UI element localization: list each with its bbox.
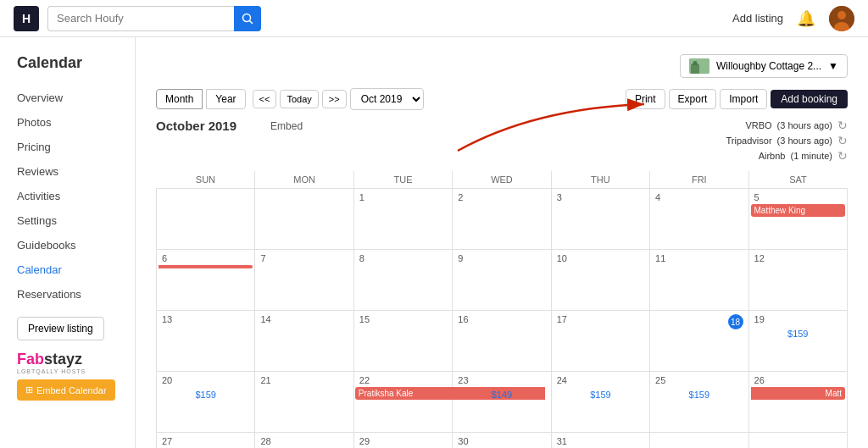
search-input[interactable]	[47, 6, 234, 31]
calendar-cell[interactable]: 28	[255, 433, 353, 449]
sidebar-item-activities[interactable]: Activities	[0, 184, 135, 208]
fabstayz-text: Fabstayz	[17, 351, 118, 368]
sidebar-item-pricing[interactable]: Pricing	[0, 135, 135, 159]
tripadvisor-label: Tripadvisor	[726, 136, 772, 146]
airbnb-refresh-icon[interactable]: ↻	[837, 149, 848, 163]
calendar-header-row: October 2019 Embed VRBO (3 hours ago) ↻ …	[156, 119, 848, 164]
calendar-cell[interactable]: 18	[650, 311, 748, 372]
svg-line-1	[250, 20, 253, 23]
calendar-cell[interactable]	[748, 433, 847, 449]
calendar-cell[interactable]: 10	[551, 250, 649, 311]
calendar-cell[interactable]: 29 $149	[353, 433, 452, 449]
year-tab[interactable]: Year	[206, 89, 245, 109]
today-button[interactable]: Today	[280, 90, 318, 108]
calendar-cell[interactable]: 27 $159	[157, 433, 255, 449]
print-button[interactable]: Print	[626, 89, 665, 109]
calendar-cell[interactable]: 23 $149	[453, 372, 551, 433]
calendar-cell[interactable]: 22 Pratiksha Kale	[353, 372, 452, 433]
sidebar-item-settings[interactable]: Settings	[0, 208, 135, 233]
calendar-cell[interactable]: 25 $159	[650, 372, 748, 433]
bell-icon[interactable]: 🔔	[797, 9, 815, 28]
avatar[interactable]	[829, 6, 854, 31]
calendar-cell[interactable]: 11	[650, 250, 748, 311]
booking-bar[interactable]: Matt	[751, 387, 845, 400]
calendar-cell[interactable]	[157, 189, 255, 250]
calendar-cell[interactable]: 5 Matthew King	[748, 189, 847, 250]
main-content: Willoughby Cottage 2... ▼ Month Year << …	[136, 37, 868, 448]
nav-right: Add listing 🔔	[732, 6, 854, 31]
sidebar-item-reviews[interactable]: Reviews	[0, 159, 135, 184]
calendar-cell[interactable]: 9	[453, 250, 551, 311]
booking-bar[interactable]	[159, 265, 253, 268]
calendar-cell[interactable]: 12	[748, 250, 847, 311]
calendar-cell[interactable]: 24 $159	[551, 372, 649, 433]
calendar-cell[interactable]	[650, 433, 748, 449]
add-booking-button[interactable]: Add booking	[771, 90, 848, 108]
tripadvisor-status: (3 hours ago)	[777, 136, 832, 146]
prev-button[interactable]: <<	[253, 90, 277, 108]
calendar-cell[interactable]: 31 $159	[551, 433, 649, 449]
calendar-cell[interactable]: 30 $149	[453, 433, 551, 449]
title-embed-row: October 2019 Embed	[156, 119, 303, 133]
import-button[interactable]: Import	[720, 89, 767, 109]
calendar-cell[interactable]: 6	[157, 250, 255, 311]
calendar-cell[interactable]: 1	[353, 189, 452, 250]
add-listing-button[interactable]: Add listing	[732, 12, 783, 25]
dropdown-arrow-icon: ▼	[828, 60, 838, 72]
embed-calendar-button[interactable]: ⊞ Embed Calendar	[17, 379, 115, 401]
search-button[interactable]	[234, 6, 261, 31]
price-tag: $159	[652, 390, 746, 400]
calendar-cell[interactable]: 19 $159	[748, 311, 847, 372]
property-name: Willoughby Cottage 2...	[716, 60, 821, 72]
calendar-cell[interactable]: 8	[353, 250, 452, 311]
main-layout: Calendar Overview Photos Pricing Reviews…	[0, 37, 868, 448]
calendar-cell[interactable]: 26 Matt	[748, 372, 847, 433]
next-button[interactable]: >>	[322, 90, 347, 108]
calendar-cell[interactable]: 16	[453, 311, 551, 372]
tripadvisor-refresh-icon[interactable]: ↻	[837, 134, 848, 147]
fabstayz-logo: Fabstayz LGBTQALLY HOSTS	[17, 351, 118, 374]
calendar-cell[interactable]: 21	[255, 372, 353, 433]
sidebar-item-guidebooks[interactable]: Guidebooks	[0, 233, 135, 257]
preview-listing-button[interactable]: Preview listing	[17, 317, 104, 340]
sync-status-panel: VRBO (3 hours ago) ↻ Tripadvisor (3 hour…	[726, 119, 848, 164]
calendar-cell[interactable]: 4	[650, 189, 748, 250]
booking-bar[interactable]: Matthew King	[751, 204, 845, 217]
tripadvisor-sync-row: Tripadvisor (3 hours ago) ↻	[726, 134, 848, 147]
sidebar-item-photos[interactable]: Photos	[0, 110, 135, 135]
vrbo-label: VRBO	[745, 120, 771, 130]
calendar-cell[interactable]: 3	[551, 189, 649, 250]
header-fri: FRI	[650, 171, 748, 189]
airbnb-label: Airbnb	[759, 151, 786, 161]
month-select[interactable]: Oct 2019	[350, 88, 424, 110]
header-wed: WED	[453, 171, 551, 189]
vrbo-sync-row: VRBO (3 hours ago) ↻	[726, 119, 848, 132]
sidebar-item-calendar[interactable]: Calendar	[0, 257, 135, 282]
header-tue: TUE	[353, 171, 452, 189]
calendar-cell[interactable]: 7	[255, 250, 353, 311]
property-dropdown[interactable]: Willoughby Cottage 2... ▼	[680, 54, 848, 78]
top-nav: H Add listing 🔔	[0, 0, 868, 37]
nav-left: H	[14, 6, 261, 31]
vrbo-refresh-icon[interactable]: ↻	[837, 119, 848, 132]
calendar-cell[interactable]: 14	[255, 311, 353, 372]
embed-link[interactable]: Embed	[270, 120, 303, 132]
svg-rect-6	[691, 65, 699, 74]
sidebar-item-reservations[interactable]: Reservations	[0, 282, 135, 307]
calendar-cell[interactable]	[255, 189, 353, 250]
calendar-cell[interactable]: 2	[453, 189, 551, 250]
export-button[interactable]: Export	[669, 89, 717, 109]
airbnb-status: (1 minute)	[790, 151, 832, 161]
fabstayz-subtitle: LGBTQALLY HOSTS	[17, 368, 118, 374]
calendar-cell[interactable]: 20 $159	[157, 372, 255, 433]
sidebar-item-overview[interactable]: Overview	[0, 86, 135, 110]
property-thumbnail	[689, 58, 709, 74]
month-tab[interactable]: Month	[156, 89, 203, 109]
calendar-body: 1 2 3 4 5 Matthew King 6 7 8	[157, 189, 848, 449]
calendar-cell[interactable]: 15	[353, 311, 452, 372]
header-thu: THU	[551, 171, 649, 189]
houfy-logo[interactable]: H	[14, 6, 39, 31]
calendar-cell[interactable]: 17	[551, 311, 649, 372]
table-row: 20 $159 21 22 Pratiksha Kale 23 $149 24	[157, 372, 848, 433]
calendar-cell[interactable]: 13	[157, 311, 255, 372]
